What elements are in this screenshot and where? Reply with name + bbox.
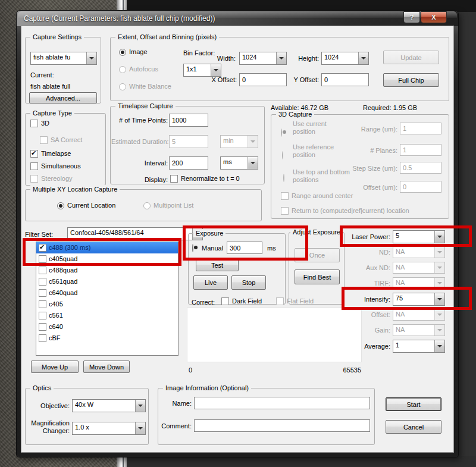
time-points-input[interactable]: [169, 114, 208, 127]
cancel-button[interactable]: Cancel: [386, 420, 441, 434]
chevron-down-icon: [248, 136, 258, 148]
checkbox-icon: [40, 136, 48, 144]
list-item-c561[interactable]: c561: [36, 310, 178, 321]
checkbox-icon[interactable]: [39, 300, 46, 308]
list-item-c405quad[interactable]: c405quad: [36, 253, 178, 265]
list-item-c405[interactable]: c405: [36, 299, 178, 310]
help-button[interactable]: ?: [403, 11, 420, 23]
checkbox-icon[interactable]: [39, 255, 46, 263]
width-dropdown[interactable]: 1024: [239, 52, 287, 65]
list-item-c488quad[interactable]: c488quad: [36, 265, 178, 276]
checkbox-icon[interactable]: [39, 244, 46, 252]
filter-set-dropdown[interactable]: Confocal-405/488/561/64: [67, 227, 203, 240]
close-button[interactable]: X: [421, 11, 447, 23]
y-offset-label: Y Offset:: [288, 76, 319, 84]
checkbox-simultaneous[interactable]: Simultaneous: [30, 162, 81, 170]
dialog-body: Capture Settings fish ablate fu Current:…: [21, 26, 453, 452]
live-button[interactable]: Live: [193, 275, 228, 290]
radio-icon: [119, 49, 126, 56]
chevron-down-icon[interactable]: [434, 231, 444, 243]
extent-legend: Extent, Offset and Binning (pixels): [115, 33, 219, 41]
magnification-changer-dropdown[interactable]: 1.0 x: [72, 422, 146, 435]
stop-button[interactable]: Stop: [231, 275, 266, 290]
start-button[interactable]: Start: [386, 397, 441, 411]
checkbox-timelapse[interactable]: Timelapse: [30, 150, 71, 158]
name-input[interactable]: [194, 397, 370, 409]
height-dropdown[interactable]: 1024: [321, 52, 369, 65]
chevron-down-icon[interactable]: [86, 52, 96, 64]
chevron-down-icon[interactable]: [358, 52, 368, 64]
comment-label: Comment:: [159, 422, 192, 430]
move-up-button[interactable]: Move Up: [31, 361, 79, 373]
chevron-down-icon[interactable]: [248, 157, 258, 169]
capture-settings-preset-dropdown[interactable]: fish ablate fu: [30, 52, 97, 65]
checkbox-stereology[interactable]: Stereology: [30, 175, 73, 183]
time-points-label: # of Time Points:: [113, 117, 168, 124]
test-button[interactable]: Test: [196, 259, 239, 271]
bin-factor-dropdown[interactable]: 1x1: [183, 64, 221, 77]
update-button[interactable]: Update: [383, 51, 439, 64]
full-chip-button[interactable]: Full Chip: [383, 73, 439, 87]
chevron-down-icon[interactable]: [434, 340, 444, 352]
filter-set-label: Filter Set:: [25, 231, 53, 239]
histogram-min-label: 0: [189, 366, 192, 374]
correct-label: Correct:: [192, 299, 215, 306]
advanced-button[interactable]: Advanced...: [29, 92, 97, 104]
checkbox-icon[interactable]: [39, 267, 46, 274]
chevron-down-icon[interactable]: [135, 400, 145, 412]
checkbox-icon[interactable]: [39, 334, 46, 342]
checkbox-icon[interactable]: [39, 323, 46, 331]
objective-dropdown[interactable]: 40x W: [72, 399, 146, 412]
y-offset-input[interactable]: [321, 73, 369, 86]
range-input: [400, 123, 441, 134]
exposure-time-input[interactable]: [227, 242, 262, 254]
radio-manual-exposure[interactable]: [192, 244, 193, 252]
checkbox-icon: [30, 162, 38, 170]
checkbox-icon[interactable]: [39, 289, 46, 297]
checkbox-range-around-center[interactable]: Range around center: [281, 192, 353, 200]
checkbox-renormalize[interactable]: Renormalize to t = 0: [170, 175, 240, 183]
checkbox-sa-correct[interactable]: SA Correct: [40, 136, 82, 144]
checkbox-icon[interactable]: [39, 278, 46, 286]
use-top-bottom-label: Use top and bottom positions: [293, 168, 355, 184]
checkbox-icon[interactable]: [39, 312, 46, 319]
range-label: Range (um):: [331, 126, 397, 133]
list-item-cbf[interactable]: cBF: [36, 333, 178, 344]
chevron-down-icon[interactable]: [211, 64, 221, 76]
checkbox-return-to-location[interactable]: Return to (computed|ref|current) locatio…: [281, 207, 409, 215]
checkbox-3d[interactable]: 3D: [30, 120, 49, 127]
radio-multipoint-list[interactable]: Multipoint List: [143, 202, 193, 209]
radio-use-reference-position[interactable]: [282, 151, 283, 159]
list-item-c640quad[interactable]: c640quad: [36, 287, 178, 299]
checkbox-dark-field[interactable]: Dark Field: [221, 297, 262, 305]
interval-input[interactable]: [169, 156, 208, 170]
x-offset-input[interactable]: [239, 73, 287, 86]
estimated-duration-label: Estimated Duration:: [111, 138, 168, 146]
radio-use-current-position[interactable]: [281, 128, 282, 137]
help-icon: ?: [410, 14, 414, 21]
comment-input[interactable]: [194, 419, 370, 432]
aux-nd-dropdown: NA: [393, 262, 445, 274]
chevron-down-icon[interactable]: [434, 293, 444, 305]
histogram-max-label: 65535: [325, 366, 361, 374]
checkbox-icon: [221, 297, 229, 305]
laser-power-dropdown[interactable]: 5: [393, 230, 445, 243]
list-item-c561quad[interactable]: c561quad: [36, 276, 178, 287]
display-label: Display:: [113, 176, 168, 184]
capture-type-group: Capture Type 3D SA Correct Timelapse Sim…: [25, 113, 106, 186]
interval-unit-dropdown[interactable]: ms: [220, 156, 258, 170]
list-item-c640[interactable]: c640: [36, 321, 178, 333]
current-label: Current:: [30, 71, 54, 79]
radio-autofocus[interactable]: Autofocus: [119, 65, 158, 73]
intensify-dropdown[interactable]: 75: [393, 293, 445, 306]
radio-use-top-bottom[interactable]: [283, 174, 284, 182]
average-dropdown[interactable]: 1: [393, 340, 445, 353]
radio-white-balance[interactable]: White Balance: [119, 83, 171, 90]
radio-current-location[interactable]: Current Location: [57, 202, 115, 209]
chevron-down-icon[interactable]: [135, 422, 145, 434]
move-down-button[interactable]: Move Down: [83, 361, 130, 373]
radio-image[interactable]: Image: [119, 48, 148, 56]
list-item-c488[interactable]: c488 (300 ms): [36, 242, 178, 253]
checkbox-flat-field[interactable]: Flat Field: [276, 297, 314, 305]
chevron-down-icon[interactable]: [276, 52, 286, 64]
